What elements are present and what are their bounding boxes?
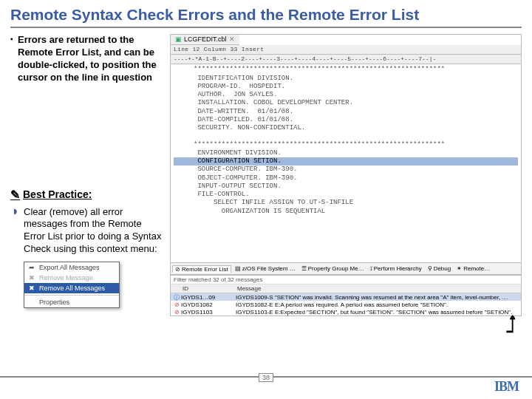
code-line[interactable]: AUTHOR. JON SAYLES.: [174, 91, 518, 99]
remove-icon: ✖: [29, 274, 36, 282]
ctx-remove-message: ✖ Remove Message: [24, 273, 119, 283]
bottom-tab-label: Debug: [434, 265, 451, 272]
best-practice-label: Best Practice:: [23, 188, 92, 200]
bottom-tab-label: Property Group Me…: [308, 265, 364, 272]
ctx-remove-all-label: Remove All Messages: [39, 284, 105, 292]
code-editor[interactable]: ▣ LCGFEDIT.cbl ✕ Line 12 Column 33 Inser…: [170, 34, 522, 263]
bottom-tab-remote-[interactable]: ✴Remote…: [454, 265, 492, 272]
code-line[interactable]: ORGANIZATION IS SEQUENTIAL: [174, 208, 518, 216]
pencil-icon: ✎: [10, 188, 20, 202]
error-message: IGYDS1082-E E:A period was required. A p…: [236, 301, 519, 308]
error-row[interactable]: ⊘IGYDS1082IGYDS1082-E E:A period was req…: [171, 301, 521, 308]
slide-footer: 38 IBM: [0, 376, 532, 395]
error-id: IGYDS1103: [181, 309, 236, 316]
ctx-remove-all[interactable]: ✖ Remove All Messages: [24, 283, 119, 293]
hier-icon: ⟟: [370, 265, 372, 273]
error-message: IGYDS1103-E E:Expected "SECTION", but fo…: [236, 309, 519, 316]
bottom-tab-label: Perform Hierarchy: [374, 265, 422, 272]
code-line[interactable]: INSTALLATION. COBOL DEVELOPMENT CENTER.: [174, 99, 518, 107]
ctx-properties[interactable]: Properties: [24, 297, 119, 307]
col-header-id[interactable]: ID: [180, 284, 234, 293]
error-icon: ⊘: [172, 308, 181, 316]
page-number: 38: [259, 373, 273, 382]
remote-error-list-panel: Filter matched 32 of 32 messages ID Mess…: [170, 275, 522, 316]
error-icon: ⊘: [175, 266, 180, 273]
error-row[interactable]: ⊘IGYDS1103IGYDS1103-E E:Expected "SECTIO…: [171, 308, 521, 316]
code-line[interactable]: IDENTIFICATION DIVISION.: [174, 75, 518, 83]
code-line[interactable]: SECURITY. NON-CONFIDENTIAL.: [174, 124, 518, 132]
code-line[interactable]: ENVIRONMENT DIVISION.: [174, 149, 518, 157]
code-line[interactable]: ****************************************…: [174, 66, 518, 74]
code-line[interactable]: [174, 132, 518, 140]
bottom-tab-property-group-me-[interactable]: ☰Property Group Me…: [299, 265, 366, 272]
context-menu: ➦ Export All Messages ✖ Remove Message ✖…: [24, 262, 120, 308]
bottom-tab-perform-hierarchy[interactable]: ⟟Perform Hierarchy: [368, 265, 424, 273]
code-line[interactable]: SELECT INFILE ASSIGN TO UT-S-INFILE: [174, 199, 518, 207]
bottom-tab-bar: ⊘Remote Error List▤z/OS File System …☰Pr…: [170, 263, 522, 275]
error-marker-icon[interactable]: ⊘: [170, 157, 171, 166]
cobol-file-icon: ▣: [175, 35, 182, 44]
bug-icon: ⚲: [428, 265, 432, 272]
code-line[interactable]: INPUT-OUTPUT SECTION.: [174, 183, 518, 191]
editor-ruler: ----+-*A-1-B--+----2----+----3----+----4…: [171, 55, 521, 64]
properties-icon: [29, 299, 36, 306]
bottom-tab-remote-error-list[interactable]: ⊘Remote Error List: [172, 265, 231, 273]
bottom-tab-label: z/OS File System …: [242, 265, 296, 272]
code-line[interactable]: DATE-COMPILED. 01/01/08.: [174, 116, 518, 124]
filter-matched-text: Filter matched 32 of 32 messages: [171, 276, 521, 284]
bottom-tab-debug[interactable]: ⚲Debug: [426, 265, 454, 272]
left-column: Errors are returned to the Remote Error …: [10, 34, 166, 316]
fs-icon: ▤: [235, 265, 241, 272]
error-id: IGYDS1082: [181, 301, 236, 308]
best-practice-heading: ✎ Best Practice:: [10, 188, 166, 202]
code-line[interactable]: PROGRAM-ID. HOSPEDIT.: [174, 83, 518, 91]
editor-tab-label: LCGFEDIT.cbl: [184, 35, 227, 44]
editor-tab[interactable]: ▣ LCGFEDIT.cbl ✕: [171, 35, 239, 45]
bullet-errors-returned: Errors are returned to the Remote Error …: [10, 34, 166, 84]
editor-body[interactable]: ****************************************…: [171, 64, 521, 217]
ctx-remove-label: Remove Message: [39, 274, 93, 282]
bottom-tab-label: Remote…: [463, 265, 490, 272]
code-line[interactable]: ****************************************…: [174, 141, 518, 149]
code-line[interactable]: OBJECT-COMPUTER. IBM-390.: [174, 174, 518, 183]
slide-title: Remote Syntax Check Errors and the Remot…: [10, 6, 522, 28]
export-icon: ➦: [29, 264, 36, 271]
code-line[interactable]: DATE-WRITTEN. 01/01/08.: [174, 108, 518, 116]
remote-icon: ✴: [457, 265, 462, 272]
right-column: ▣ LCGFEDIT.cbl ✕ Line 12 Column 33 Inser…: [170, 34, 522, 316]
code-line[interactable]: SOURCE-COMPUTER. IBM-390.: [174, 166, 518, 174]
callout-annotation: ⮥: [504, 312, 519, 336]
error-id: IGYDS1…09: [181, 294, 236, 301]
error-row[interactable]: ⓘIGYDS1…09IGYDS1009-S "SETION" was inval…: [171, 293, 521, 301]
bottom-tab-label: Remote Error List: [182, 266, 228, 273]
ctx-properties-label: Properties: [39, 299, 69, 306]
error-message: IGYDS1009-S "SETION" was invalid. Scanni…: [236, 294, 519, 301]
bottom-tab-z-os-file-system-[interactable]: ▤z/OS File System …: [233, 265, 298, 272]
error-table-header: ID Message: [171, 284, 521, 293]
best-practice-text: Clear (remove) all error messages from t…: [10, 206, 166, 256]
ibm-logo: IBM: [494, 379, 519, 395]
error-icon: ⊘: [172, 301, 181, 308]
info-icon: ⓘ: [172, 293, 181, 301]
editor-status-line: Line 12 Column 33 Insert: [171, 45, 521, 55]
code-line[interactable]: FILE-CONTROL.: [174, 191, 518, 199]
ctx-export-all[interactable]: ➦ Export All Messages: [24, 262, 119, 273]
ctx-export-label: Export All Messages: [39, 264, 100, 271]
close-icon[interactable]: ✕: [229, 35, 235, 44]
ctx-separator: [24, 295, 119, 296]
col-header-message[interactable]: Message: [234, 284, 521, 293]
code-line[interactable]: CONFIGURATION SETION.⊘: [174, 157, 518, 166]
remove-all-icon: ✖: [29, 284, 36, 292]
prop-icon: ☰: [301, 265, 307, 272]
